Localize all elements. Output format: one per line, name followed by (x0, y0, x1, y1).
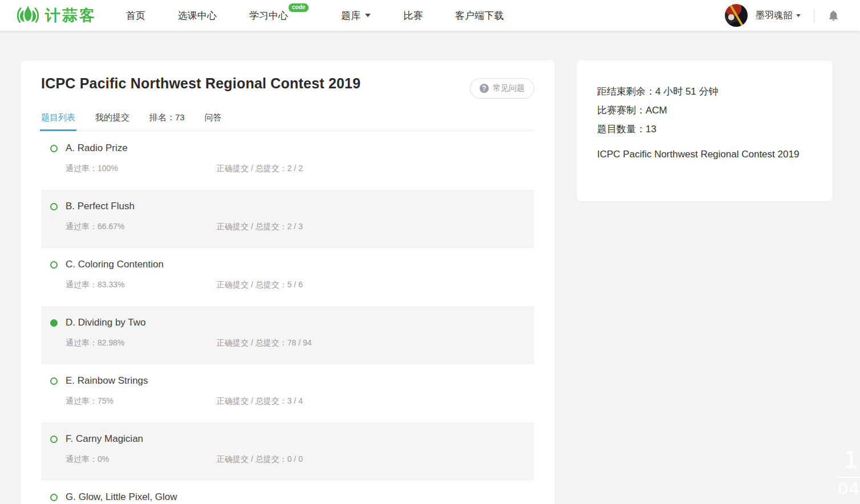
page-title: ICPC Pacific Northwest Regional Contest … (41, 75, 360, 92)
topbar-right: 墨羽魂韶 (725, 4, 839, 27)
nav-item-courses[interactable]: 选课中心 (178, 9, 217, 22)
submission-stats: 正确提交 / 总提交：3 / 4 (217, 396, 303, 407)
problem-row-f[interactable]: F. Carny Magician 通过率：0% 正确提交 / 总提交：0 / … (41, 422, 534, 481)
brand-name: 计蒜客 (45, 5, 96, 26)
problem-row-e[interactable]: E. Rainbow Strings 通过率：75% 正确提交 / 总提交：3 … (41, 364, 534, 422)
contest-tabs: 题目列表 我的提交 排名：73 问答 (41, 112, 534, 131)
page-counter-divider (837, 477, 860, 478)
problem-title: F. Carny Magician (66, 433, 143, 445)
tab-ranking[interactable]: 排名：73 (149, 112, 185, 131)
pass-rate: 通过率：82.98% (66, 338, 217, 348)
page-counter-total: 04 (834, 481, 860, 497)
contest-format: 比赛赛制：ACM (597, 101, 812, 120)
status-circle-icon (50, 261, 58, 269)
nav-item-client-download[interactable]: 客户端下载 (455, 9, 504, 22)
page-counter-overlay: 1 04 (834, 449, 860, 497)
user-avatar[interactable] (725, 4, 748, 27)
problem-row-a[interactable]: A. Radio Prize 通过率：100% 正确提交 / 总提交：2 / 2 (41, 132, 534, 190)
pass-rate: 通过率：83.33% (66, 280, 217, 290)
problem-title: D. Dividing by Two (66, 317, 145, 328)
status-circle-icon (50, 494, 58, 501)
pass-rate: 通过率：0% (66, 454, 217, 465)
problem-title: C. Coloring Contention (66, 259, 164, 270)
page-counter-current: 1 (834, 449, 860, 472)
top-navigation-bar: 计蒜客 首页 选课中心 学习中心 code 题库 比赛 客户端下载 墨羽魂韶 (0, 0, 860, 31)
contest-main-panel: ICPC Pacific Northwest Regional Contest … (21, 60, 555, 504)
problem-title: B. Perfect Flush (66, 201, 135, 212)
chevron-down-icon (365, 14, 371, 17)
submission-stats: 正确提交 / 总提交：5 / 6 (217, 280, 303, 290)
status-circle-icon (50, 436, 58, 443)
status-circle-icon (50, 145, 58, 152)
jisuanke-logo[interactable]: 计蒜客 (16, 4, 96, 27)
status-circle-icon (50, 377, 58, 385)
nav-item-study-center[interactable]: 学习中心 code (249, 9, 309, 22)
question-circle-icon: ? (480, 84, 489, 93)
problem-row-c[interactable]: C. Coloring Contention 通过率：83.33% 正确提交 /… (41, 248, 534, 306)
contest-info-panel: 距结束剩余：4 小时 51 分钟 比赛赛制：ACM 题目数量：13 ICPC P… (577, 60, 833, 201)
status-circle-icon (50, 319, 58, 327)
contest-header: ICPC Pacific Northwest Regional Contest … (41, 75, 534, 99)
main-nav: 首页 选课中心 学习中心 code 题库 比赛 客户端下载 (126, 9, 536, 22)
problem-row-g[interactable]: G. Glow, Little Pixel, Glow (41, 481, 534, 504)
code-badge: code (289, 3, 309, 12)
garlic-logo-icon (16, 4, 40, 27)
faq-button-label: 常见问题 (493, 83, 525, 94)
problem-title: E. Rainbow Strings (66, 375, 148, 387)
time-remaining: 距结束剩余：4 小时 51 分钟 (597, 82, 812, 101)
header-divider (814, 9, 814, 22)
submission-stats: 正确提交 / 总提交：78 / 94 (217, 338, 312, 348)
user-menu[interactable]: 墨羽魂韶 (756, 10, 801, 22)
submission-stats: 正确提交 / 总提交：0 / 0 (217, 454, 303, 465)
tab-my-submissions[interactable]: 我的提交 (95, 112, 129, 131)
problem-title: A. Radio Prize (66, 143, 128, 154)
notification-bell-icon[interactable] (827, 10, 839, 22)
status-circle-icon (50, 203, 58, 210)
submission-stats: 正确提交 / 总提交：2 / 3 (217, 222, 303, 232)
tab-qa[interactable]: 问答 (205, 112, 222, 131)
pass-rate: 通过率：75% (66, 396, 217, 407)
problem-list: A. Radio Prize 通过率：100% 正确提交 / 总提交：2 / 2… (41, 132, 534, 504)
faq-button[interactable]: ? 常见问题 (470, 78, 534, 99)
submission-stats: 正确提交 / 总提交：2 / 2 (217, 164, 303, 174)
problem-count: 题目数量：13 (597, 120, 812, 139)
user-name: 墨羽魂韶 (756, 10, 792, 22)
nav-item-contests[interactable]: 比赛 (403, 9, 423, 22)
problem-row-d[interactable]: D. Dividing by Two 通过率：82.98% 正确提交 / 总提交… (41, 306, 534, 364)
pass-rate: 通过率：66.67% (66, 222, 217, 232)
nav-item-problem-bank[interactable]: 题库 (341, 9, 371, 22)
chevron-down-icon (796, 14, 801, 17)
problem-title: G. Glow, Little Pixel, Glow (66, 491, 177, 503)
nav-item-home[interactable]: 首页 (126, 9, 145, 22)
tab-problem-list[interactable]: 题目列表 (41, 112, 75, 131)
problem-row-b[interactable]: B. Perfect Flush 通过率：66.67% 正确提交 / 总提交：2… (41, 190, 534, 248)
pass-rate: 通过率：100% (66, 164, 217, 174)
contest-name: ICPC Pacific Northwest Regional Contest … (597, 145, 812, 164)
